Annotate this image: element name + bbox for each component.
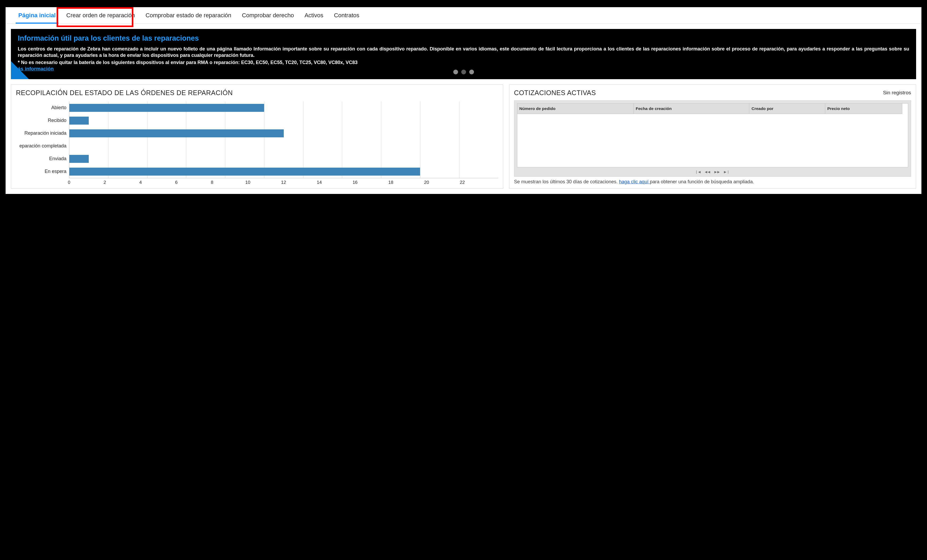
chart-x-tick: 8 [194,178,230,185]
chart-x-tick: 18 [373,178,409,185]
banner-dot[interactable] [461,70,466,74]
chart-category-label: eparación completada [16,140,67,152]
chart-bar[interactable] [69,129,284,137]
active-quotes-panel: COTIZACIONES ACTIVAS Sin registros Númer… [509,85,916,189]
chart-x-tick: 20 [409,178,445,185]
tab-create-repair-order[interactable]: Crear orden de reparación [61,7,140,23]
quotes-col-spacer [902,103,908,114]
chart-x-tick: 12 [266,178,302,185]
banner-dot[interactable] [453,70,458,74]
chart-x-tick: 4 [123,178,159,185]
quotes-caption: Se muestran los últimos 30 días de cotiz… [514,179,911,185]
pager-first-icon[interactable]: ❘◀ [695,170,701,174]
quotes-caption-link[interactable]: haga clic aquí [619,179,650,184]
quotes-caption-suffix: para obtener una función de búsqueda amp… [650,179,754,184]
tab-check-repair-status[interactable]: Comprobar estado de reparación [140,7,237,23]
active-quotes-title: COTIZACIONES ACTIVAS [514,89,596,97]
chart-x-tick: 0 [51,178,87,185]
chart-category-label: En espera [16,165,67,178]
chart-plot-area [69,102,498,178]
banner-more-link[interactable]: ás información [18,66,54,72]
chart-bar[interactable] [69,155,89,163]
chart-category-label: Abierto [16,102,67,114]
chart-category-label: Recibido [16,114,67,127]
chart-bar[interactable] [69,117,89,124]
quotes-col-created-by[interactable]: Creado por [749,103,825,114]
chart-category-label: Enviada [16,152,67,165]
banner-dot[interactable] [469,70,474,74]
chart-x-axis: 0246810121416182022 [69,178,498,185]
banner-body: Los centros de reparación de Zebra han c… [18,46,909,59]
chart-bar[interactable] [69,104,264,112]
chart-category-label: Reparación iniciada [16,127,67,140]
quotes-caption-prefix: Se muestran los últimos 30 días de cotiz… [514,179,619,184]
repair-status-title: RECOPILACIÓN DEL ESTADO DE LAS ÓRDENES D… [16,89,498,97]
tab-contracts[interactable]: Contratos [329,7,365,23]
repair-status-panel: RECOPILACIÓN DEL ESTADO DE LAS ÓRDENES D… [11,85,503,189]
pager-last-icon[interactable]: ▶❘ [724,170,730,174]
chart-x-tick: 2 [87,178,123,185]
quotes-table: Número de pedido Fecha de creación Cread… [517,103,908,114]
chart-x-tick: 16 [337,178,373,185]
quotes-table-wrap: Número de pedido Fecha de creación Cread… [514,100,911,177]
chart-bar[interactable] [69,168,420,176]
app-window: Página inicial Crear orden de reparación… [5,7,922,194]
repair-status-chart: Abierto Recibido Reparación iniciada epa… [16,102,498,185]
banner-pagination-dots [453,70,474,74]
chart-x-tick: 10 [230,178,266,185]
tab-assets[interactable]: Activos [299,7,329,23]
quotes-col-order-number[interactable]: Número de pedido [517,103,634,114]
chart-x-tick: 6 [158,178,194,185]
banner-title: Información útil para los clientes de la… [18,34,909,42]
tab-check-entitlement[interactable]: Comprobar derecho [237,7,299,23]
quotes-col-created-date[interactable]: Fecha de creación [634,103,749,114]
pager-prev-icon[interactable]: ◀◀ [705,170,711,174]
info-banner: Información útil para los clientes de la… [11,29,916,79]
panels-row: RECOPILACIÓN DEL ESTADO DE LAS ÓRDENES D… [6,79,921,194]
chart-bars [69,102,498,178]
banner-note: * No es necesario quitar la batería de l… [18,60,909,65]
quotes-table-body-empty [517,114,908,167]
chart-x-tick: 14 [302,178,337,185]
chart-category-labels: Abierto Recibido Reparación iniciada epa… [16,102,69,178]
active-quotes-empty-label: Sin registros [883,90,911,96]
quotes-col-net-price[interactable]: Precio neto [825,103,902,114]
tab-bar: Página inicial Crear orden de reparación… [6,7,921,24]
quotes-pager: ❘◀ ◀◀ ▶▶ ▶❘ [517,167,908,175]
pager-next-icon[interactable]: ▶▶ [714,170,720,174]
tab-home[interactable]: Página inicial [13,7,61,23]
chart-x-tick: 22 [445,178,480,185]
